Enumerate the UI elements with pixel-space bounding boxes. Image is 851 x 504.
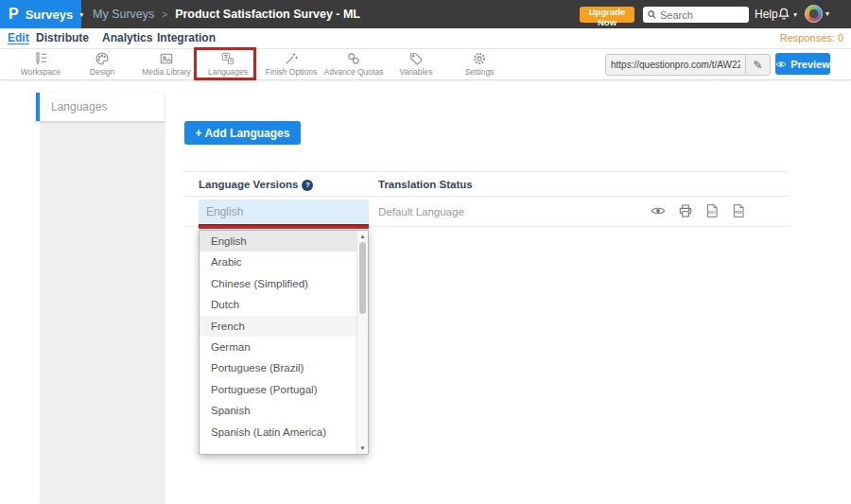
survey-url-input[interactable]	[606, 60, 745, 70]
edit-url-button[interactable]: ✎	[745, 55, 770, 75]
section-nav: Edit Distribute Analytics Integration Re…	[0, 28, 851, 49]
chevron-down-icon: ▾	[79, 10, 83, 19]
edit-toolbar: Workspace Design Media Library A Languag…	[0, 49, 851, 80]
print-language-button[interactable]	[677, 203, 694, 220]
tab-edit[interactable]: Edit	[8, 28, 29, 49]
languages-table-header: Language Versions? Translation Status	[184, 171, 790, 197]
workspace-icon	[33, 51, 48, 66]
svg-text:PDF: PDF	[735, 211, 742, 215]
dropdown-scrollbar[interactable]: ▲ ▼	[356, 231, 368, 454]
dropdown-option-german[interactable]: German	[200, 337, 356, 357]
toolbar-item-languages[interactable]: A Languages	[199, 51, 257, 78]
languages-translate-icon: A	[220, 51, 235, 66]
view-language-button[interactable]	[650, 203, 667, 220]
survey-title: Product Satisfaction Survey - ML	[175, 8, 360, 21]
toolbar-item-finish-options[interactable]: Finish Options	[261, 51, 321, 78]
dropdown-option-french[interactable]: French	[200, 316, 356, 337]
search-icon	[647, 9, 657, 20]
dropdown-option-arabic[interactable]: Arabic	[200, 252, 356, 272]
eye-icon	[775, 59, 787, 70]
svg-text:DOC: DOC	[708, 211, 716, 215]
sidebar-item-languages[interactable]: Languages	[36, 93, 165, 121]
toolbar-item-variables[interactable]: Variables	[390, 51, 443, 78]
dropdown-option-english[interactable]: English	[200, 231, 356, 252]
help-link[interactable]: Help	[755, 0, 778, 28]
responses-count[interactable]: Responses: 0	[780, 28, 843, 49]
language-dropdown-list: English Arabic Chinese (Simplified) Dutc…	[200, 231, 356, 454]
toolbar-item-advance-quotas[interactable]: Advance Quotas	[321, 51, 386, 78]
chevron-down-icon: ▾	[793, 10, 797, 19]
tab-analytics[interactable]: Analytics	[102, 28, 152, 49]
dropdown-option-chinese-simplified[interactable]: Chinese (Simplified)	[200, 273, 356, 294]
design-palette-icon	[95, 51, 110, 66]
product-switcher[interactable]: P Surveys ▾	[0, 0, 81, 28]
language-name-input[interactable]	[199, 200, 369, 224]
sidebar-item-label: Languages	[51, 100, 107, 113]
app-window: P Surveys ▾ My Surveys > Product Satisfa…	[0, 0, 851, 504]
scrollbar-thumb[interactable]	[359, 242, 366, 314]
dropdown-option-spanish[interactable]: Spanish	[200, 400, 356, 421]
breadcrumb-my-surveys[interactable]: My Surveys	[93, 8, 154, 21]
tab-integration[interactable]: Integration	[157, 28, 216, 49]
bell-icon	[776, 7, 791, 22]
pencil-icon: ✎	[753, 59, 762, 72]
default-language-label: Default Language	[378, 197, 464, 227]
language-dropdown: English Arabic Chinese (Simplified) Dutc…	[199, 230, 369, 455]
toolbar-item-workspace[interactable]: Workspace	[12, 51, 69, 78]
column-translation-status: Translation Status	[378, 172, 473, 198]
printer-icon	[678, 203, 693, 218]
upgrade-now-button[interactable]: Upgrade Now	[580, 7, 634, 23]
notifications-button[interactable]: ▾	[776, 7, 797, 22]
account-menu[interactable]: ▾	[805, 5, 829, 23]
toolbar-item-settings[interactable]: Settings	[452, 51, 507, 78]
topbar: P Surveys ▾ My Surveys > Product Satisfa…	[0, 0, 851, 28]
preview-button[interactable]: Preview	[775, 53, 830, 75]
settings-gear-icon	[472, 51, 487, 66]
export-doc-button[interactable]: DOC	[703, 203, 721, 220]
chevron-down-icon: ▾	[825, 9, 829, 18]
pdf-file-icon: PDF	[731, 203, 746, 218]
product-name: Surveys	[26, 8, 74, 22]
toolbar-item-design[interactable]: Design	[76, 51, 129, 78]
variables-tag-icon	[408, 51, 424, 66]
toolbar-item-media-library[interactable]: Media Library	[132, 51, 200, 78]
breadcrumb-separator-icon: >	[162, 9, 167, 20]
questionpro-logo-icon: P	[9, 0, 19, 28]
scroll-down-icon[interactable]: ▼	[357, 443, 368, 453]
finish-options-wand-icon	[284, 51, 299, 66]
dropdown-option-portuguese-brazil[interactable]: Portuguese (Brazil)	[200, 357, 356, 378]
doc-file-icon: DOC	[704, 203, 720, 218]
breadcrumb: My Surveys > Product Satisfaction Survey…	[93, 0, 360, 28]
add-languages-button[interactable]: + Add Languages	[184, 121, 301, 145]
dropdown-option-portuguese-portugal[interactable]: Portuguese (Portugal)	[200, 379, 356, 400]
dropdown-option-dutch[interactable]: Dutch	[200, 294, 356, 315]
avatar	[805, 5, 823, 23]
eye-icon	[651, 203, 666, 218]
export-pdf-button[interactable]: PDF	[730, 203, 747, 220]
scroll-up-icon[interactable]: ▲	[357, 232, 368, 241]
search-input[interactable]	[660, 9, 743, 21]
media-library-icon	[159, 51, 174, 66]
help-icon[interactable]: ?	[302, 180, 313, 191]
table-row-default-language: Default Language DOC PDF	[184, 197, 790, 227]
survey-url-box: ✎	[605, 54, 771, 76]
tab-distribute[interactable]: Distribute	[36, 28, 89, 49]
global-search	[643, 7, 749, 23]
annotation-underline-input	[199, 224, 369, 229]
column-language-versions: Language Versions?	[199, 172, 313, 198]
advance-quotas-chain-icon	[346, 51, 361, 66]
dropdown-option-spanish-latin-america[interactable]: Spanish (Latin America)	[200, 422, 356, 443]
sidebar-panel	[40, 121, 165, 504]
